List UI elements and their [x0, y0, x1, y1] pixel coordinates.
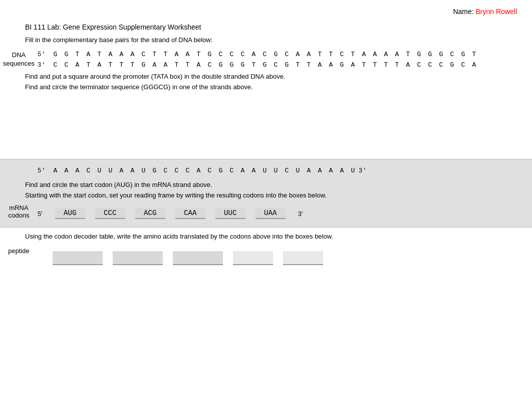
mrna-base-1: A: [50, 167, 61, 174]
base-5-8: A: [127, 51, 138, 58]
base-5-38: G: [458, 51, 469, 58]
mrna-base-23: U: [293, 167, 304, 174]
base-3-13: T: [182, 61, 193, 69]
codon-box-3[interactable]: CAA: [175, 208, 205, 219]
base-3-12: T: [171, 61, 182, 69]
mrna-base-28: U: [348, 167, 359, 174]
mrna-base-29: 3': [359, 167, 371, 174]
codon-box-1[interactable]: CCC: [95, 208, 125, 219]
mrna-base-25: A: [315, 167, 326, 174]
peptide-box-2[interactable]: [173, 251, 223, 265]
mrna-base-22: C: [282, 167, 293, 174]
base-3-11: A: [160, 61, 171, 69]
codon-5-label: 5': [38, 210, 43, 218]
base-3-7: T: [116, 61, 127, 69]
mrna-base-17: C: [226, 167, 237, 174]
find-start-text: Find and circle the start codon (AUG) in…: [0, 181, 532, 188]
base-3-39: A: [469, 61, 480, 69]
base-5-3: T: [72, 51, 83, 58]
base-3-32: T: [392, 61, 403, 69]
base-5-34: G: [414, 51, 425, 58]
find-promoter-text: Find and put a square around the promote…: [0, 73, 532, 80]
base-5-4: A: [83, 51, 94, 58]
page-title: BI 111 Lab: Gene Expression Supplementar…: [0, 18, 532, 36]
base-3-35: C: [425, 61, 436, 69]
mrna-base-5: U: [94, 167, 105, 174]
base-3-20: G: [259, 61, 271, 69]
base-3-22: G: [282, 61, 293, 69]
codon-3-label: 3': [298, 210, 303, 218]
base-5-7: A: [116, 51, 127, 58]
mrna-base-19: A: [248, 167, 259, 174]
mrna-base-24: A: [304, 167, 315, 174]
peptide-boxes-container: [38, 245, 532, 267]
peptide-box-0[interactable]: [53, 251, 103, 265]
mrna-base-27: A: [337, 167, 348, 174]
base-5-13: A: [182, 51, 193, 58]
codon-box-5[interactable]: UAA: [255, 208, 286, 219]
dna-strand-3: 3'CCATATTTGAATTACGGGTGCGTTAAGATTTTACCCGC…: [38, 60, 532, 70]
base-3-34: C: [414, 61, 425, 69]
codon-box-0[interactable]: AUG: [55, 208, 85, 219]
mrna-base-3: A: [72, 167, 83, 174]
base-3-36: C: [436, 61, 447, 69]
base-5-33: T: [403, 51, 414, 58]
base-5-6: A: [105, 51, 116, 58]
mrna-strand: 5'AAACUUAAUGCCCACGCAAUUCUAAAAU3': [38, 165, 532, 176]
mrna-base-2: A: [61, 167, 72, 174]
base-3-14: A: [193, 61, 204, 69]
peptide-box-1[interactable]: [113, 251, 163, 265]
base-3-2: C: [61, 61, 72, 69]
reading-frame-text: Starting with the start codon, set your …: [0, 191, 532, 199]
peptide-instruction: Using the codon decoder table, write the…: [0, 233, 532, 240]
mrna-base-20: U: [259, 167, 271, 174]
name-label: Name:: [453, 8, 473, 16]
base-3-5: A: [94, 61, 105, 69]
base-5-31: A: [381, 51, 392, 58]
mrna-base-18: A: [237, 167, 248, 174]
find-terminator-text: Find and circle the terminator sequence …: [0, 83, 532, 91]
base-5-23: A: [293, 51, 304, 58]
base-3-26: A: [326, 61, 337, 69]
dna-strand-5: 5'GGTATAAACTTAATGCCCACGCAATTCTAAAATGGGCG…: [38, 49, 532, 60]
base-5-28: T: [348, 51, 359, 58]
codon-box-4[interactable]: UUC: [215, 208, 245, 219]
mrna-base-16: G: [215, 167, 226, 174]
peptide-box-4[interactable]: [283, 251, 323, 265]
base-3-29: T: [359, 61, 370, 69]
base-3-9: G: [138, 61, 149, 69]
mrna-base-0: 5': [38, 167, 50, 174]
mrna-strand-container: 5'AAACUUAAUGCCCACGCAAUUCUAAAAU3': [38, 165, 532, 176]
dna-label: DNA sequences: [0, 51, 38, 68]
fill-instruction: Fill in the complementary base pairs for…: [0, 36, 532, 44]
mrna-base-26: A: [326, 167, 337, 174]
base-3-15: C: [204, 61, 215, 69]
base-5-2: G: [61, 51, 72, 58]
mrna-row: 5'AAACUUAAUGCCCACGCAAUUCUAAAAU3': [0, 165, 532, 176]
base-5-29: A: [359, 51, 370, 58]
base-5-18: C: [237, 51, 248, 58]
codon-box-2[interactable]: ACG: [135, 208, 165, 219]
strand-5-label: 5': [38, 51, 50, 58]
strand-3-label: 3': [38, 62, 50, 69]
dna-strands: 5'GGTATAAACTTAATGCCCACGCAATTCTAAAATGGGCG…: [38, 47, 532, 73]
base-3-33: A: [403, 61, 414, 69]
peptide-box-3[interactable]: [233, 251, 273, 265]
mrna-base-8: A: [127, 167, 138, 174]
peptide-label: peptide: [0, 245, 38, 255]
base-3-24: T: [304, 61, 315, 69]
base-5-24: A: [304, 51, 315, 58]
base-3-10: A: [149, 61, 160, 69]
base-5-35: G: [425, 51, 436, 58]
base-3-8: T: [127, 61, 138, 69]
base-3-38: C: [458, 61, 469, 69]
codon-row: mRNA codons 5' AUGCCCACGCAAUUCUAA 3': [0, 202, 532, 221]
mrna-base-11: C: [160, 167, 171, 174]
base-3-23: T: [293, 61, 304, 69]
base-3-37: G: [447, 61, 458, 69]
mrna-base-6: U: [105, 167, 116, 174]
base-5-37: C: [447, 51, 458, 58]
base-3-31: T: [381, 61, 392, 69]
base-5-15: G: [204, 51, 215, 58]
base-3-25: A: [315, 61, 326, 69]
